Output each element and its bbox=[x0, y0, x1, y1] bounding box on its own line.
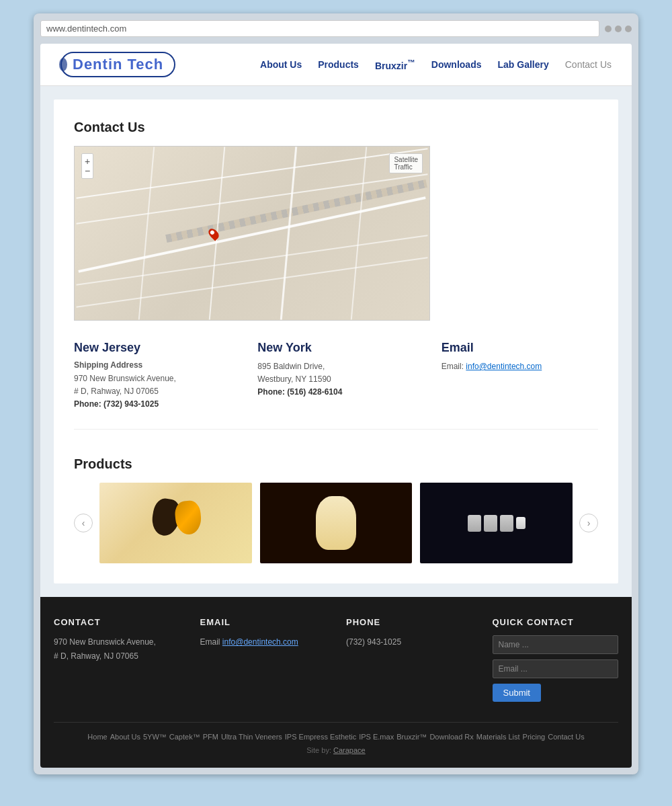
footer-quick-contact-title: QUICK CONTACT bbox=[493, 617, 619, 627]
footer-link-ips-empress[interactable]: IPS Empress Esthetic bbox=[285, 733, 356, 741]
footer-link-home[interactable]: Home bbox=[87, 733, 107, 741]
dot-1 bbox=[605, 26, 612, 32]
footer-link-download-rx[interactable]: Download Rx bbox=[429, 733, 473, 741]
footer-email-text: Email info@dentintech.com bbox=[200, 635, 327, 649]
ny-phone: Phone: (516) 428-6104 bbox=[257, 387, 414, 397]
footer-link-contact[interactable]: Contact Us bbox=[548, 733, 584, 741]
logo-container: Dentin Tech bbox=[60, 52, 175, 77]
disc-4 bbox=[516, 517, 526, 529]
footer-link-captek[interactable]: Captek™ bbox=[169, 733, 200, 741]
footer-phone-title: PHONE bbox=[346, 617, 472, 627]
disc-2 bbox=[484, 515, 497, 532]
browser-bar bbox=[40, 20, 632, 37]
site-footer: CONTACT 970 New Brunswick Avenue, # D, R… bbox=[40, 597, 632, 768]
url-bar[interactable] bbox=[40, 20, 599, 37]
site-header: Dentin Tech About Us Products Bruxzir™ D… bbox=[40, 44, 632, 86]
quick-contact-submit-button[interactable]: Submit bbox=[493, 684, 541, 702]
ny-address2: Westbury, NY 11590 bbox=[257, 373, 414, 386]
nav-contact[interactable]: Contact Us bbox=[565, 59, 612, 70]
footer-contact-address2: # D, Rahway, NJ 07065 bbox=[54, 649, 180, 663]
footer-top: CONTACT 970 New Brunswick Avenue, # D, R… bbox=[54, 617, 618, 702]
site-logo[interactable]: Dentin Tech bbox=[60, 52, 175, 77]
railroad bbox=[165, 179, 427, 243]
email-label: Email: info@dentintech.com bbox=[442, 360, 598, 373]
map-grid bbox=[75, 147, 429, 320]
street bbox=[138, 147, 154, 319]
nj-address: New Jersey Shipping Address 970 New Brun… bbox=[74, 341, 230, 409]
footer-link-ultrathin[interactable]: Ultra Thin Veneers bbox=[221, 733, 282, 741]
street bbox=[280, 147, 297, 319]
browser-window: Dentin Tech About Us Products Bruxzir™ D… bbox=[34, 13, 638, 774]
nj-address1: 970 New Brunswick Avenue, bbox=[74, 372, 230, 385]
street bbox=[351, 147, 367, 319]
footer-phone-number: (732) 943-1025 bbox=[346, 635, 472, 649]
map-zoom-controls[interactable]: + − bbox=[81, 153, 93, 179]
email-col: Email Email: info@dentintech.com bbox=[442, 341, 598, 409]
map-image bbox=[75, 147, 429, 320]
footer-quick-contact-col: QUICK CONTACT Submit bbox=[493, 617, 619, 702]
street bbox=[78, 196, 425, 273]
map-satellite-button[interactable]: SatelliteTraffic bbox=[389, 153, 423, 173]
footer-contact-address1: 970 New Brunswick Avenue, bbox=[54, 635, 180, 649]
site-by: Site by: Carapace bbox=[306, 746, 365, 754]
nav-about[interactable]: About Us bbox=[260, 59, 302, 70]
main-content: Contact Us bbox=[54, 99, 618, 583]
main-nav: About Us Products Bruxzir™ Downloads Lab… bbox=[260, 58, 612, 71]
browser-controls bbox=[605, 26, 632, 32]
footer-link-materials[interactable]: Materials List bbox=[476, 733, 520, 741]
nav-bruxzir[interactable]: Bruxzir™ bbox=[375, 58, 415, 71]
carousel-prev-button[interactable]: ‹ bbox=[74, 514, 93, 532]
address-row: New Jersey Shipping Address 970 New Brun… bbox=[74, 341, 598, 430]
footer-link-pfm[interactable]: PFM bbox=[203, 733, 218, 741]
footer-links-row: Home About Us 5YW™ Captek™ PFM Ultra Thi… bbox=[87, 733, 584, 741]
nj-address2: # D, Rahway, NJ 07065 bbox=[74, 385, 230, 398]
nj-title: New Jersey bbox=[74, 341, 230, 355]
disc-1 bbox=[468, 515, 481, 532]
tooth-graphic bbox=[316, 496, 356, 550]
nav-downloads[interactable]: Downloads bbox=[431, 59, 482, 70]
products-section: Products ‹ bbox=[74, 456, 598, 563]
dot-2 bbox=[615, 26, 622, 32]
footer-bottom: Home About Us 5YW™ Captek™ PFM Ultra Thi… bbox=[54, 722, 618, 754]
nj-subtitle: Shipping Address bbox=[74, 360, 230, 370]
ny-address: New York 895 Baldwin Drive, Westbury, NY… bbox=[257, 341, 414, 409]
product-image-3 bbox=[420, 483, 573, 563]
email-title: Email bbox=[442, 341, 598, 355]
logo-text: Dentin Tech bbox=[73, 56, 163, 73]
ny-title: New York bbox=[257, 341, 414, 355]
street bbox=[76, 257, 427, 308]
product-image-1 bbox=[99, 483, 252, 563]
carousel-next-button[interactable]: › bbox=[579, 514, 598, 532]
email-address[interactable]: info@dentintech.com bbox=[466, 362, 542, 371]
products-carousel: ‹ › bbox=[74, 483, 598, 563]
product-images bbox=[99, 483, 573, 563]
carapace-link[interactable]: Carapace bbox=[333, 746, 366, 754]
footer-email-col: EMAIL Email info@dentintech.com bbox=[200, 617, 327, 702]
footer-email-link[interactable]: info@dentintech.com bbox=[222, 637, 298, 647]
footer-link-ips-emax[interactable]: IPS E.max bbox=[359, 733, 394, 741]
map-container[interactable]: + − SatelliteTraffic bbox=[74, 146, 430, 321]
nav-products[interactable]: Products bbox=[318, 59, 359, 70]
contact-section-title: Contact Us bbox=[74, 120, 598, 135]
footer-email-title: EMAIL bbox=[200, 617, 327, 627]
footer-link-about[interactable]: About Us bbox=[110, 733, 140, 741]
footer-contact-title: CONTACT bbox=[54, 617, 180, 627]
nav-gallery[interactable]: Lab Gallery bbox=[497, 59, 548, 70]
disc-3 bbox=[500, 515, 513, 532]
quick-contact-name-input[interactable] bbox=[493, 635, 619, 654]
products-section-title: Products bbox=[74, 456, 598, 472]
footer-link-5yw[interactable]: 5YW™ bbox=[143, 733, 167, 741]
footer-link-pricing[interactable]: Pricing bbox=[523, 733, 546, 741]
footer-contact-col: CONTACT 970 New Brunswick Avenue, # D, R… bbox=[54, 617, 180, 702]
quick-contact-email-input[interactable] bbox=[493, 659, 619, 678]
dot-3 bbox=[625, 26, 632, 32]
footer-phone-col: PHONE (732) 943-1025 bbox=[346, 617, 472, 702]
ny-address1: 895 Baldwin Drive, bbox=[257, 360, 414, 373]
nj-phone: Phone: (732) 943-1025 bbox=[74, 399, 230, 409]
website: Dentin Tech About Us Products Bruxzir™ D… bbox=[40, 44, 632, 768]
product-image-2 bbox=[260, 483, 413, 563]
footer-link-bruxzir[interactable]: Bruxzir™ bbox=[396, 733, 427, 741]
